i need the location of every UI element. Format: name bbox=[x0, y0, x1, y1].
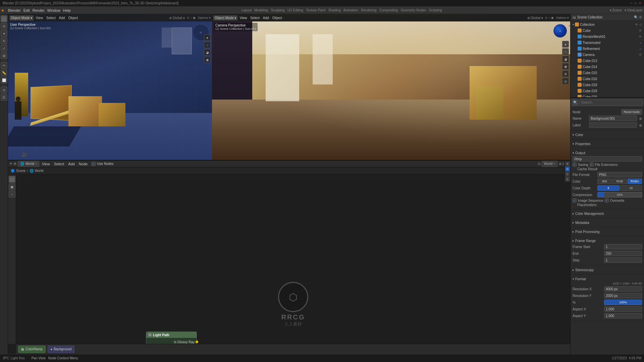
camera-eye[interactable]: 👁 bbox=[639, 53, 642, 57]
vp-right-select[interactable]: Select bbox=[249, 15, 261, 20]
vp-left-object[interactable]: Object bbox=[67, 15, 79, 20]
vp-r-wire-icon[interactable]: ○ bbox=[562, 48, 569, 55]
vp-solid-icon[interactable]: ● bbox=[204, 34, 211, 41]
tool-annotate[interactable]: ✏ bbox=[1, 62, 7, 69]
vp-left-view[interactable]: View bbox=[34, 15, 44, 20]
vp-right-snap-icons[interactable]: ⊙ ○ ◉ bbox=[545, 16, 554, 19]
vp-material-icon[interactable]: ◕ bbox=[204, 49, 211, 56]
menu-file[interactable]: Blender bbox=[7, 8, 22, 13]
props-search[interactable]: 🔍 bbox=[572, 99, 579, 106]
collection-filter[interactable]: 🔍 ⚙ bbox=[634, 15, 642, 19]
collection-eye[interactable]: 👁 bbox=[635, 23, 638, 26]
vp-right-mode[interactable]: Object Mode ▾ bbox=[213, 15, 237, 20]
breadcrumb-scene[interactable]: Scene bbox=[16, 169, 25, 173]
ne-add-menu[interactable]: Add bbox=[67, 161, 76, 167]
post-proc-header[interactable]: ▸ Post Processing bbox=[573, 229, 642, 235]
res-y-input[interactable]: 2000 px bbox=[604, 293, 642, 298]
vp-left-add[interactable]: Add bbox=[58, 15, 66, 20]
ne-title-select[interactable]: World bbox=[542, 161, 558, 167]
tree-cube013[interactable]: Cube.013 bbox=[571, 58, 643, 64]
rgb-btn[interactable]: RGB bbox=[612, 179, 627, 184]
menu-render[interactable]: Render bbox=[31, 8, 46, 13]
menu-window[interactable]: Window bbox=[46, 8, 62, 13]
output-section-header[interactable]: ▾ Output bbox=[573, 150, 642, 156]
vp-right-add[interactable]: Add bbox=[262, 15, 270, 20]
cube-eye[interactable]: 👁 bbox=[639, 29, 642, 33]
menu-edit[interactable]: Edit bbox=[22, 8, 31, 13]
tree-refinement[interactable]: Refinement → bbox=[571, 46, 643, 52]
ne-select-tool[interactable]: ⬚ bbox=[9, 176, 15, 183]
rgba-btn[interactable]: RGBA bbox=[628, 179, 642, 184]
refinement-arrow[interactable]: → bbox=[639, 47, 642, 51]
ne-view-menu[interactable]: View bbox=[41, 161, 51, 167]
ne-world-select[interactable]: 🌐 World bbox=[18, 161, 39, 167]
overwrite-checkbox[interactable] bbox=[605, 198, 609, 202]
tool-add-cube[interactable]: ⬜ bbox=[1, 77, 7, 83]
img-seq-checkbox[interactable] bbox=[573, 198, 577, 202]
color-mgmt-header[interactable]: ▸ Color Management bbox=[573, 210, 642, 217]
scale-input[interactable]: 100% bbox=[604, 300, 642, 305]
color-section-header[interactable]: ▾ Color bbox=[573, 132, 642, 138]
node-name-icon[interactable]: ▣ bbox=[639, 117, 642, 120]
vp-r-overlay-icon[interactable]: ⊕ bbox=[562, 70, 569, 77]
aspect-x-input[interactable]: 1.000 bbox=[604, 306, 642, 312]
viewport-left[interactable]: User Perspective (1) Scene Collection | … bbox=[8, 14, 212, 160]
tree-cube019[interactable]: Cube.019 bbox=[571, 88, 643, 94]
tree-cube020[interactable]: Cube.020 bbox=[571, 94, 643, 97]
file-ext-checkbox[interactable] bbox=[590, 163, 594, 167]
tool-scale[interactable]: ⤢ bbox=[1, 45, 7, 52]
node-editor-content[interactable]: Light Path Is Glossy Ray Is Singular Ray… bbox=[16, 175, 570, 344]
tool-move[interactable]: ✦ bbox=[1, 30, 7, 37]
compression-slider[interactable]: 15% bbox=[597, 192, 642, 197]
vp-rendered-icon[interactable]: ◉ bbox=[204, 56, 211, 63]
vp-left-snap-icons[interactable]: ⊙ ○ ◉ bbox=[187, 16, 196, 19]
vp-right-object[interactable]: Object bbox=[271, 15, 283, 20]
node-light-path[interactable]: Light Path Is Glossy Ray Is Singular Ray… bbox=[146, 331, 197, 344]
output-path-input[interactable]: //tmp bbox=[573, 156, 642, 162]
depth-8-btn[interactable]: 8 bbox=[597, 185, 620, 191]
vp-r-rendered-icon[interactable]: ◉ bbox=[562, 63, 569, 70]
format-section-header[interactable]: ▾ Format bbox=[573, 276, 642, 282]
footer-colorramp[interactable]: ▦ ColorRamp bbox=[18, 346, 46, 353]
vp-left-options[interactable]: ⊕ Global ▾ bbox=[169, 16, 185, 20]
vp-left-select[interactable]: Select bbox=[45, 15, 57, 20]
ne-node-menu[interactable]: Node bbox=[77, 161, 89, 167]
tree-camera[interactable]: Camera 👁 bbox=[571, 52, 643, 58]
socket-glossy-ray[interactable] bbox=[196, 341, 198, 343]
ne-tool-icons[interactable]: ✦ ⊕ bbox=[9, 162, 16, 166]
scene-selector[interactable]: ▾ Scene bbox=[610, 8, 622, 12]
tool-transform[interactable]: ⊞ bbox=[1, 52, 7, 59]
maximize-button[interactable]: □ bbox=[635, 1, 637, 5]
reset-node-btn[interactable]: Reset Node bbox=[621, 109, 642, 115]
node-name-input[interactable]: Background.001 bbox=[589, 116, 637, 121]
view-layer-selector[interactable]: ▾ ViewLayer bbox=[625, 8, 643, 12]
breadcrumb-world[interactable]: World bbox=[35, 169, 44, 173]
bw-btn[interactable]: BW bbox=[597, 179, 612, 184]
saving-checkbox[interactable] bbox=[573, 163, 577, 167]
tool-cursor[interactable]: ✛ bbox=[1, 23, 7, 29]
node-label-icon[interactable]: ▣ bbox=[639, 123, 642, 127]
tool-uv[interactable]: Ω bbox=[1, 94, 7, 101]
tree-cube015[interactable]: Cube.015 bbox=[571, 70, 643, 76]
vp-left-overlay[interactable]: Options ▾ bbox=[198, 16, 211, 19]
props-search-input[interactable] bbox=[579, 100, 643, 106]
vp-r-material-icon[interactable]: ◕ bbox=[562, 56, 569, 62]
stereoscopy-header[interactable]: ▸ Stereoscopy bbox=[573, 267, 642, 273]
vp-right-view[interactable]: View bbox=[238, 15, 248, 20]
footer-background[interactable]: ● Background bbox=[48, 346, 75, 353]
file-format-select[interactable]: PNG bbox=[597, 172, 642, 177]
tree-transmuted[interactable]: Transmuted → bbox=[571, 40, 643, 46]
vp-r-solid-icon[interactable]: ● bbox=[562, 41, 569, 48]
vp-r-xray-icon[interactable]: ◎ bbox=[562, 78, 569, 84]
aspect-y-input[interactable]: 1.000 bbox=[604, 313, 642, 318]
props-section-header[interactable]: ▾ Properties bbox=[573, 141, 642, 147]
tree-collection[interactable]: ▾ Collection 👁 ⊙ bbox=[571, 21, 643, 27]
tree-cube014[interactable]: Cube.014 bbox=[571, 64, 643, 70]
minimize-button[interactable]: ─ bbox=[630, 1, 633, 5]
tool-rotate[interactable]: ↻ bbox=[1, 38, 7, 44]
collection-cam[interactable]: ⊙ bbox=[639, 23, 642, 26]
tree-cube016[interactable]: Cube.016 bbox=[571, 76, 643, 82]
tool-select[interactable]: ⬚ bbox=[1, 15, 7, 22]
tree-cube[interactable]: Cube 👁 bbox=[571, 27, 643, 34]
vp-right-overlay[interactable]: Options ▾ bbox=[556, 16, 569, 19]
